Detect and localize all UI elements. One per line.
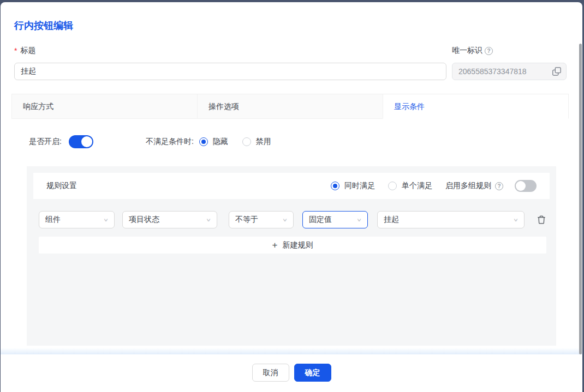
rule-field-select[interactable]: 项目状态 ∨ [122, 211, 217, 228]
uid-label-text: 唯一标识 [452, 46, 482, 56]
rule-value-select[interactable]: 挂起 ∨ [377, 211, 525, 228]
radio-option-hide[interactable]: 隐藏 [199, 137, 228, 147]
uid-field-label: 唯一标识 ? [452, 45, 567, 56]
radio-option-match-any[interactable]: 单个满足 [388, 181, 432, 191]
radio-label: 禁用 [256, 137, 271, 147]
select-value: 挂起 [384, 215, 399, 225]
rule-operator-select[interactable]: 不等于 ∨ [229, 211, 294, 228]
vertical-scrollbar[interactable] [579, 44, 582, 354]
unmet-condition-label: 不满足条件时: [146, 137, 194, 147]
footer-divider [1, 348, 582, 354]
rule-settings-title: 规则设置 [46, 181, 77, 191]
uid-input [452, 63, 567, 80]
radio-option-disable[interactable]: 禁用 [242, 137, 271, 147]
add-rule-button[interactable]: + 新建规则 [39, 237, 546, 254]
help-icon[interactable]: ? [485, 47, 493, 55]
enable-switch[interactable] [69, 135, 93, 148]
cancel-button[interactable]: 取消 [252, 364, 289, 382]
select-value: 固定值 [309, 215, 332, 225]
chevron-down-icon: ∨ [282, 217, 288, 222]
add-rule-label: 新建规则 [282, 240, 313, 250]
copy-icon[interactable] [552, 67, 562, 76]
radio-option-match-all[interactable]: 同时满足 [331, 181, 375, 191]
inline-button-edit-dialog: 行内按钮编辑 * 标题 唯一标识 ? 响应方式 操作选项 显示条件 是否开启: [1, 2, 582, 392]
tab-operation-options[interactable]: 操作选项 [197, 94, 383, 119]
title-input[interactable] [14, 63, 446, 80]
rule-component-select[interactable]: 组件 ∨ [39, 211, 115, 228]
select-value: 项目状态 [129, 215, 159, 225]
tab-display-condition[interactable]: 显示条件 [383, 94, 569, 119]
tab-response-mode[interactable]: 响应方式 [11, 94, 198, 119]
chevron-down-icon: ∨ [206, 217, 211, 222]
multi-group-switch[interactable] [515, 180, 537, 192]
delete-rule-button[interactable] [537, 214, 547, 225]
radio-icon [242, 137, 251, 146]
condition-toggle-row: 是否开启: 不满足条件时: 隐藏 禁用 [29, 135, 271, 148]
required-asterisk: * [14, 46, 17, 55]
select-value: 不等于 [235, 215, 258, 225]
confirm-button[interactable]: 确定 [294, 364, 331, 382]
rule-settings-panel: 规则设置 同时满足 单个满足 启用多组规则 ? 组件 ∨ [27, 166, 556, 346]
rule-settings-header: 规则设置 同时满足 单个满足 启用多组规则 ? [33, 173, 550, 199]
title-field-label: * 标题 [14, 45, 446, 56]
radio-icon [331, 182, 339, 190]
dialog-tabs: 响应方式 操作选项 显示条件 [11, 94, 569, 119]
uid-field-group: 唯一标识 ? [452, 45, 567, 80]
enable-label: 是否开启: [29, 137, 62, 147]
chevron-down-icon: ∨ [103, 217, 109, 222]
title-label-text: 标题 [20, 46, 35, 56]
rule-row: 组件 ∨ 项目状态 ∨ 不等于 ∨ 固定值 ∨ 挂起 ∨ [39, 211, 550, 228]
chevron-down-icon: ∨ [513, 217, 519, 222]
chevron-down-icon: ∨ [356, 217, 362, 222]
title-field-group: * 标题 [14, 45, 446, 80]
radio-label: 同时满足 [344, 181, 375, 191]
select-value: 组件 [45, 215, 61, 225]
dialog-footer: 取消 确定 [1, 354, 582, 392]
multi-group-label: 启用多组规则 [445, 181, 491, 191]
radio-label: 隐藏 [213, 137, 228, 147]
radio-label: 单个满足 [402, 181, 432, 191]
trash-icon [537, 215, 546, 225]
rule-value-type-select[interactable]: 固定值 ∨ [302, 211, 368, 228]
radio-icon [388, 182, 397, 190]
plus-icon: + [272, 240, 278, 251]
radio-icon [199, 137, 208, 146]
dialog-title: 行内按钮编辑 [14, 19, 73, 32]
help-icon[interactable]: ? [495, 182, 503, 190]
